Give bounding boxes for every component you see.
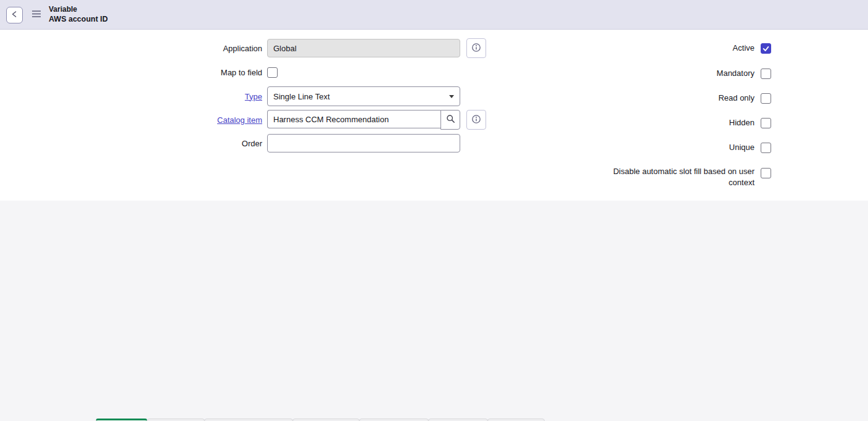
header-bar: Variable AWS account ID — [0, 0, 868, 30]
mandatory-row: Mandatory — [600, 64, 771, 83]
disable-slot-fill-row: Disable automatic slot fill based on use… — [600, 166, 771, 188]
hidden-checkbox[interactable] — [761, 118, 771, 128]
info-icon — [471, 114, 481, 126]
chevron-down-icon — [449, 95, 454, 98]
read-only-checkbox[interactable] — [761, 93, 771, 104]
tab-question[interactable]: Question — [96, 419, 147, 421]
application-info-button[interactable] — [466, 38, 486, 58]
tab-type-specifications[interactable]: Type Specifications — [204, 419, 293, 421]
active-checkbox[interactable] — [761, 43, 771, 54]
tab-annotation[interactable]: Annotation — [147, 419, 205, 421]
unique-row: Unique — [600, 138, 771, 157]
hidden-row: Hidden — [600, 113, 771, 133]
back-button[interactable] — [6, 7, 23, 23]
order-input[interactable] — [267, 134, 460, 152]
disable-slot-fill-checkbox[interactable] — [761, 168, 771, 178]
page-title: AWS account ID — [49, 14, 108, 24]
disable-slot-fill-label: Disable automatic slot fill based on use… — [600, 166, 754, 188]
tab-strip: Question Annotation Type Specifications … — [96, 419, 545, 421]
order-row: Order — [0, 133, 460, 153]
catalog-item-lookup-button[interactable] — [440, 110, 460, 130]
catalog-item-label-link[interactable]: Catalog item — [0, 115, 262, 125]
read-only-row: Read only — [600, 88, 771, 108]
info-icon — [471, 43, 481, 54]
order-label: Order — [0, 139, 262, 148]
variable-record-page: Variable AWS account ID Application Map … — [0, 0, 868, 421]
application-row: Application — [0, 38, 486, 58]
read-only-label: Read only — [600, 93, 754, 104]
unique-label: Unique — [600, 142, 754, 153]
application-input[interactable] — [267, 39, 460, 57]
search-icon — [446, 114, 455, 125]
application-label: Application — [0, 44, 262, 53]
type-select[interactable]: Single Line Text — [267, 86, 460, 106]
mandatory-label: Mandatory — [600, 68, 754, 79]
active-row: Active — [600, 38, 771, 58]
chevron-left-icon — [10, 10, 19, 20]
catalog-item-input[interactable] — [267, 110, 440, 128]
catalog-item-info-button[interactable] — [466, 110, 486, 130]
hamburger-icon — [31, 10, 41, 20]
record-type: Variable — [49, 5, 108, 14]
tab-availability[interactable]: Availability — [487, 419, 545, 421]
tab-permission[interactable]: Permission — [428, 419, 487, 421]
map-to-field-checkbox[interactable] — [267, 67, 278, 78]
checkmark-icon — [762, 44, 770, 52]
unique-checkbox[interactable] — [761, 143, 771, 153]
tab-auto-populate[interactable]: Auto-populate — [359, 419, 429, 421]
menu-button[interactable] — [31, 10, 42, 20]
mandatory-checkbox[interactable] — [761, 69, 771, 79]
map-to-field-row: Map to field — [0, 62, 278, 82]
type-label-link[interactable]: Type — [0, 92, 262, 101]
active-label: Active — [600, 43, 754, 54]
catalog-item-reference-field — [267, 110, 460, 130]
catalog-item-row: Catalog item — [0, 110, 486, 130]
type-select-value: Single Line Text — [273, 92, 330, 101]
map-to-field-label: Map to field — [0, 68, 262, 77]
hidden-label: Hidden — [600, 117, 754, 128]
tab-default-value[interactable]: Default Value — [292, 419, 360, 421]
type-row: Type Single Line Text — [0, 86, 460, 106]
tabs-section: Question Annotation Type Specifications … — [0, 201, 868, 421]
record-header: Variable AWS account ID — [49, 5, 108, 24]
